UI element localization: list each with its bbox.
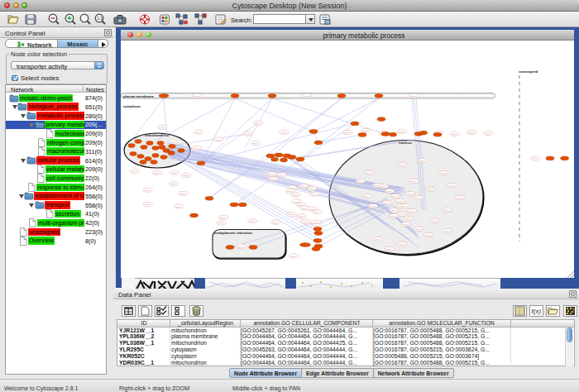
- svg-text:GO:00: GO:00: [291, 255, 297, 256]
- svg-text:GO:00: GO:00: [298, 204, 304, 206]
- svg-text:GO:00: GO:00: [132, 170, 137, 172]
- svg-text:GO:00: GO:00: [440, 172, 446, 174]
- svg-text:GO:00: GO:00: [303, 221, 309, 222]
- svg-text:GO:00: GO:00: [468, 131, 474, 133]
- svg-text:GO:00: GO:00: [183, 174, 189, 176]
- svg-text:GO:00: GO:00: [386, 248, 392, 250]
- svg-text:GO:00: GO:00: [298, 215, 304, 217]
- svg-text:GO:00: GO:00: [364, 195, 370, 197]
- svg-text:GO:00: GO:00: [145, 189, 151, 190]
- svg-text:GO:00: GO:00: [432, 220, 438, 222]
- svg-text:f(x): f(x): [532, 308, 542, 315]
- svg-text:GO:00: GO:00: [370, 205, 376, 207]
- svg-text:GO:00: GO:00: [452, 133, 457, 135]
- svg-text:GO:00: GO:00: [171, 171, 177, 173]
- svg-text:GO:00: GO:00: [485, 132, 490, 134]
- svg-text:GO:00: GO:00: [170, 183, 176, 184]
- svg-text:GO:00: GO:00: [304, 94, 309, 96]
- svg-text:GO:00: GO:00: [411, 94, 417, 96]
- svg-text:GO:00: GO:00: [415, 197, 421, 198]
- svg-text:GO:00: GO:00: [218, 222, 224, 223]
- svg-text:GO:00: GO:00: [419, 160, 425, 161]
- svg-text:GO:00: GO:00: [294, 200, 299, 202]
- svg-text:GO:00: GO:00: [532, 157, 538, 159]
- svg-text:GO:00: GO:00: [159, 126, 165, 127]
- svg-text:GO:00: GO:00: [390, 209, 396, 211]
- svg-text:GO:00: GO:00: [448, 184, 454, 186]
- svg-text:GO:00: GO:00: [409, 210, 414, 212]
- svg-text:GO:00: GO:00: [290, 186, 295, 188]
- svg-text:GO:00: GO:00: [403, 223, 409, 225]
- svg-text:cytoplasm: cytoplasm: [123, 104, 141, 108]
- svg-text:1:1: 1:1: [97, 16, 103, 21]
- svg-text:GO:00: GO:00: [220, 216, 226, 218]
- svg-text:GO:00: GO:00: [457, 197, 462, 198]
- svg-text:GO:00: GO:00: [415, 228, 421, 230]
- svg-text:unassigned: unassigned: [519, 69, 538, 73]
- svg-text:GO:00: GO:00: [255, 122, 261, 123]
- svg-text:GO:00: GO:00: [399, 243, 404, 245]
- svg-text:GO:00: GO:00: [399, 131, 404, 132]
- svg-text:GO:00: GO:00: [314, 225, 320, 227]
- svg-text:GO:00: GO:00: [402, 205, 408, 207]
- svg-text:GO:00: GO:00: [293, 194, 299, 195]
- svg-text:GO:00: GO:00: [386, 190, 392, 192]
- svg-text:GO:00: GO:00: [312, 193, 318, 194]
- svg-text:endoplasmic reticulum: endoplasmic reticulum: [214, 231, 252, 235]
- svg-text:GO:00: GO:00: [374, 238, 380, 240]
- svg-text:GO:00: GO:00: [444, 230, 450, 232]
- svg-text:GO:00: GO:00: [314, 211, 320, 213]
- svg-text:GO:00: GO:00: [399, 213, 404, 215]
- svg-text:GO:00: GO:00: [399, 164, 404, 165]
- svg-text:GO:00: GO:00: [405, 218, 411, 219]
- svg-text:GO:00: GO:00: [237, 245, 243, 246]
- svg-text:GO:00: GO:00: [380, 185, 386, 187]
- svg-text:GO:00: GO:00: [362, 130, 368, 131]
- svg-text:GO:00: GO:00: [269, 173, 275, 174]
- svg-text:GO:00: GO:00: [309, 208, 315, 209]
- svg-text:GO:00: GO:00: [270, 178, 275, 179]
- svg-text:GO:00: GO:00: [194, 147, 199, 149]
- svg-text:GO:00: GO:00: [313, 221, 318, 222]
- svg-text:GO:00: GO:00: [145, 203, 151, 205]
- svg-text:GO:00: GO:00: [179, 192, 185, 194]
- svg-text:plasma membrane: plasma membrane: [123, 93, 154, 98]
- svg-text:GO:00: GO:00: [215, 138, 221, 140]
- svg-text:GO:00: GO:00: [444, 209, 450, 211]
- svg-text:GO:00: GO:00: [300, 185, 306, 187]
- svg-text:GO:00: GO:00: [392, 195, 398, 197]
- svg-text:GO:00: GO:00: [428, 189, 433, 190]
- svg-text:GO:00: GO:00: [249, 220, 255, 222]
- svg-text:GO:00: GO:00: [425, 234, 431, 236]
- svg-text:GO:00: GO:00: [407, 193, 413, 194]
- svg-text:GO:00: GO:00: [397, 200, 403, 202]
- svg-text:GO:00: GO:00: [309, 187, 315, 189]
- svg-text:GO:00: GO:00: [302, 207, 308, 208]
- svg-text:GO:00: GO:00: [281, 131, 287, 132]
- svg-text:GO:00: GO:00: [175, 205, 181, 207]
- svg-text:GO:00: GO:00: [195, 131, 201, 132]
- svg-text:GO:00: GO:00: [366, 172, 371, 174]
- svg-text:GO:00: GO:00: [279, 174, 285, 175]
- svg-text:GO:00: GO:00: [411, 180, 417, 182]
- svg-text:GO:00: GO:00: [253, 142, 259, 144]
- svg-text:GO:00: GO:00: [390, 215, 396, 217]
- svg-text:GO:00: GO:00: [194, 94, 199, 96]
- svg-text:GO:00: GO:00: [272, 221, 278, 222]
- svg-text:GO:00: GO:00: [244, 132, 250, 134]
- svg-text:GO:00: GO:00: [154, 172, 160, 174]
- svg-text:GO:00: GO:00: [357, 180, 363, 182]
- svg-text:GO:00: GO:00: [344, 131, 350, 133]
- svg-text:GO:00: GO:00: [287, 189, 293, 191]
- svg-text:GO:00: GO:00: [384, 202, 390, 203]
- svg-text:GO:00: GO:00: [289, 213, 294, 215]
